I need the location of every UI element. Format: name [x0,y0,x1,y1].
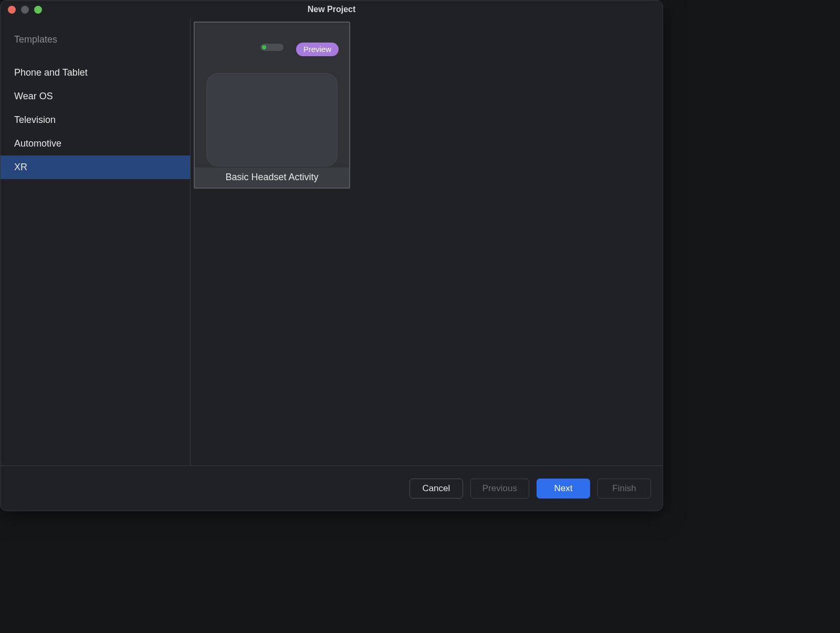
sidebar-heading: Templates [1,34,190,61]
zoom-window-icon[interactable] [34,6,42,14]
new-project-dialog: New Project Templates Phone and Tablet W… [0,0,663,511]
sidebar-item-wear-os[interactable]: Wear OS [1,85,190,108]
sidebar-item-label: Phone and Tablet [14,67,88,78]
minimize-window-icon[interactable] [21,6,29,14]
preview-badge: Preview [296,43,339,56]
window-controls [1,6,42,14]
sidebar-item-xr[interactable]: XR [1,155,190,179]
dialog-footer: Cancel Previous Next Finish [1,465,663,511]
sidebar-item-label: Wear OS [14,91,53,101]
finish-button: Finish [597,479,651,499]
template-card-basic-headset-activity[interactable]: Preview Basic Headset Activity [194,22,350,189]
sidebar-item-label: Automotive [14,138,61,149]
template-thumbnail: Preview [195,23,349,168]
headset-screen-icon [206,73,338,167]
titlebar: New Project [1,1,663,18]
sidebar-item-label: XR [14,162,27,172]
previous-button: Previous [470,479,529,499]
sidebar-item-automotive[interactable]: Automotive [1,132,190,155]
next-button[interactable]: Next [537,479,590,499]
sidebar-item-television[interactable]: Television [1,108,190,132]
template-gallery: Preview Basic Headset Activity [191,18,663,465]
close-window-icon[interactable] [8,6,16,14]
window-title: New Project [1,5,663,14]
template-category-sidebar: Templates Phone and Tablet Wear OS Telev… [1,18,191,465]
status-dot-icon [260,44,284,51]
cancel-button[interactable]: Cancel [410,479,463,499]
template-card-label: Basic Headset Activity [195,168,349,188]
sidebar-item-label: Television [14,115,56,125]
sidebar-item-phone-and-tablet[interactable]: Phone and Tablet [1,61,190,85]
